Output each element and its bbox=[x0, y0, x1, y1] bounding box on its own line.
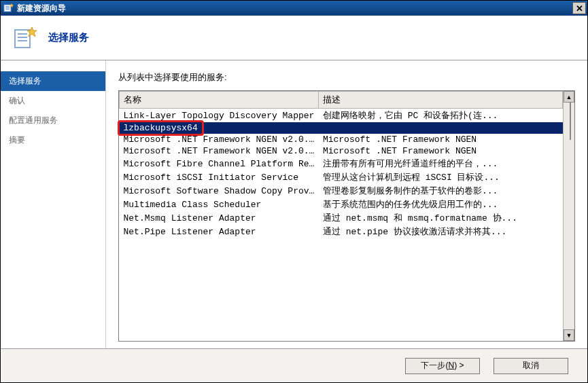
table-row[interactable]: Microsoft Fibre Channel Platform Regi...… bbox=[120, 157, 563, 170]
content-pane: 从列表中选择要使用的服务: 名称 描述 Link-Layer Topology … bbox=[106, 60, 587, 348]
wizard-footer: 下一步(N) > 取消 bbox=[1, 348, 587, 382]
cell-name: Microsoft iSCSI Initiator Service bbox=[120, 170, 319, 184]
title-bar: 新建资源向导 ✕ bbox=[1, 1, 587, 16]
cell-desc: 管理卷影复制服务制作的基于软件的卷影... bbox=[319, 184, 563, 198]
wizard-steps-nav: 选择服务 确认 配置通用服务 摘要 bbox=[1, 60, 106, 348]
step-confirm[interactable]: 确认 bbox=[1, 91, 105, 111]
table-row[interactable]: Multimedia Class Scheduler基于系统范围内的任务优先级启… bbox=[120, 198, 563, 211]
scroll-down-button[interactable]: ▼ bbox=[564, 329, 574, 341]
step-configure[interactable]: 配置通用服务 bbox=[1, 111, 105, 130]
svg-rect-5 bbox=[15, 30, 30, 48]
col-header-name[interactable]: 名称 bbox=[120, 92, 319, 109]
next-button-label: 下一步(N) > bbox=[421, 360, 464, 371]
table-row[interactable]: Net.Msmq Listener Adapter通过 net.msmq 和 m… bbox=[120, 211, 563, 225]
cell-name: Multimedia Class Scheduler bbox=[120, 198, 319, 211]
table-header-row: 名称 描述 bbox=[120, 92, 563, 109]
cell-desc bbox=[319, 122, 563, 134]
cell-name: lzbackupsysx64 bbox=[120, 122, 319, 134]
svg-rect-7 bbox=[18, 37, 27, 38]
services-list-viewport[interactable]: 名称 描述 Link-Layer Topology Discovery Mapp… bbox=[119, 91, 563, 341]
wizard-body: 选择服务 确认 配置通用服务 摘要 从列表中选择要使用的服务: 名称 描述 Li… bbox=[1, 60, 587, 348]
cell-name: Microsoft Software Shadow Copy Provider bbox=[120, 184, 319, 198]
cancel-button[interactable]: 取消 bbox=[494, 358, 568, 374]
table-row[interactable]: Microsoft .NET Framework NGEN v2.0.50...… bbox=[120, 145, 563, 157]
cell-desc: 管理从这台计算机到远程 iSCSI 目标设... bbox=[319, 170, 563, 184]
scroll-up-button[interactable]: ▲ bbox=[564, 91, 574, 103]
next-button[interactable]: 下一步(N) > bbox=[405, 358, 480, 374]
step-summary[interactable]: 摘要 bbox=[1, 130, 105, 150]
cell-desc: 注册带有所有可用光纤通道纤维的平台，... bbox=[319, 157, 563, 170]
cell-desc: 基于系统范围内的任务优先级启用工作的... bbox=[319, 198, 563, 211]
services-list: 名称 描述 Link-Layer Topology Discovery Mapp… bbox=[118, 90, 575, 342]
cell-name: Link-Layer Topology Discovery Mapper bbox=[120, 109, 319, 123]
table-row[interactable]: Net.Pipe Listener Adapter通过 net.pipe 协议接… bbox=[120, 225, 563, 238]
page-title: 选择服务 bbox=[48, 31, 89, 44]
table-row[interactable]: Link-Layer Topology Discovery Mapper创建网络… bbox=[120, 109, 563, 123]
services-table: 名称 描述 Link-Layer Topology Discovery Mapp… bbox=[119, 91, 563, 238]
table-row[interactable]: lzbackupsysx64 bbox=[120, 122, 563, 134]
prompt-label: 从列表中选择要使用的服务: bbox=[118, 71, 575, 84]
cell-desc: 通过 net.msmq 和 msmq.formatname 协... bbox=[319, 211, 563, 225]
cell-name: Microsoft Fibre Channel Platform Regi... bbox=[120, 157, 319, 170]
app-icon bbox=[3, 3, 14, 14]
wizard-header: 选择服务 bbox=[1, 16, 587, 60]
wizard-icon bbox=[12, 24, 39, 52]
cell-desc: 通过 net.pipe 协议接收激活请求并将其... bbox=[319, 225, 563, 238]
step-select-service[interactable]: 选择服务 bbox=[1, 71, 105, 91]
svg-rect-6 bbox=[18, 33, 27, 35]
svg-rect-1 bbox=[5, 6, 10, 7]
svg-rect-2 bbox=[5, 7, 10, 8]
cell-name: Net.Msmq Listener Adapter bbox=[120, 211, 319, 225]
table-row[interactable]: Microsoft Software Shadow Copy Provider管… bbox=[120, 184, 563, 198]
table-row[interactable]: Microsoft .NET Framework NGEN v2.0.50...… bbox=[120, 134, 563, 145]
cell-name: Net.Pipe Listener Adapter bbox=[120, 225, 319, 238]
cell-desc: Microsoft .NET Framework NGEN bbox=[319, 145, 563, 157]
svg-rect-8 bbox=[18, 40, 27, 41]
window-title: 新建资源向导 bbox=[17, 3, 572, 14]
vertical-scrollbar[interactable]: ▲ ▼ bbox=[563, 91, 574, 341]
cell-desc: 创建网络映射，它由 PC 和设备拓扑(连... bbox=[319, 109, 563, 123]
scrollbar-thumb[interactable] bbox=[570, 103, 571, 140]
close-button[interactable]: ✕ bbox=[572, 2, 586, 14]
cell-name: Microsoft .NET Framework NGEN v2.0.50... bbox=[120, 145, 319, 157]
cell-name: Microsoft .NET Framework NGEN v2.0.50... bbox=[120, 134, 319, 145]
cell-desc: Microsoft .NET Framework NGEN bbox=[319, 134, 563, 145]
table-row[interactable]: Microsoft iSCSI Initiator Service管理从这台计算… bbox=[120, 170, 563, 184]
svg-rect-3 bbox=[5, 9, 10, 10]
col-header-desc[interactable]: 描述 bbox=[319, 92, 563, 109]
